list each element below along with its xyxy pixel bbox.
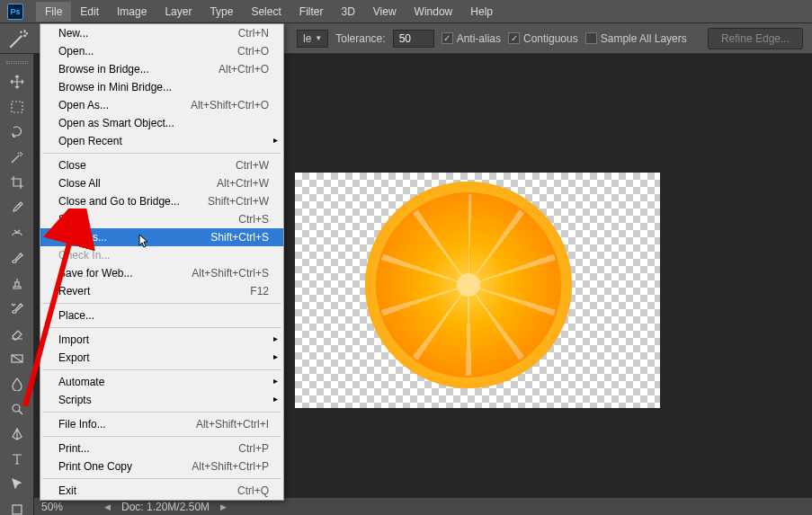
menu-item-exit[interactable]: ExitCtrl+Q (40, 482, 283, 500)
menu-item-open-as-smart-object[interactable]: Open as Smart Object... (40, 114, 283, 132)
chevron-down-icon: ▼ (315, 34, 322, 42)
dodge-tool[interactable] (6, 398, 28, 420)
menu-item-label: Check In... (58, 249, 110, 262)
clone-stamp-tool[interactable] (6, 272, 28, 294)
menu-item-open[interactable]: Open...Ctrl+O (40, 42, 283, 60)
sampling-label: le (303, 32, 311, 45)
menu-layer[interactable]: Layer (156, 2, 201, 22)
cursor-pointer-icon (138, 234, 151, 250)
menu-filter[interactable]: Filter (290, 2, 333, 22)
check-icon: ✓ (442, 32, 453, 44)
separator (42, 436, 281, 437)
crop-tool[interactable] (6, 172, 28, 193)
menu-item-import[interactable]: Import (40, 331, 283, 349)
check-icon: ✓ (508, 32, 520, 44)
pen-tool[interactable] (6, 423, 28, 445)
separator (42, 369, 281, 370)
menu-item-label: Exit (58, 484, 76, 497)
blur-tool[interactable] (6, 373, 28, 395)
magic-wand-icon (7, 27, 31, 50)
shortcut: F12 (250, 285, 269, 297)
path-selection-tool[interactable] (6, 474, 28, 495)
sampling-dropdown[interactable]: le ▼ (297, 30, 328, 48)
menu-item-label: Browse in Bridge... (58, 63, 149, 75)
shortcut: Alt+Shift+Ctrl+I (196, 418, 269, 431)
eyedropper-tool[interactable] (6, 197, 28, 218)
menu-item-label: Print... (58, 442, 90, 455)
menu-item-revert[interactable]: RevertF12 (40, 282, 283, 300)
menu-select[interactable]: Select (242, 2, 290, 22)
shortcut: Alt+Shift+Ctrl+O (191, 99, 269, 111)
menu-item-scripts[interactable]: Scripts (40, 391, 283, 409)
menu-item-save-as[interactable]: Save As...Shift+Ctrl+S (40, 228, 283, 246)
menu-file[interactable]: File (36, 2, 71, 22)
menu-item-place[interactable]: Place... (40, 306, 283, 324)
chevron-left-icon[interactable]: ◀ (104, 502, 111, 511)
shortcut: Alt+Shift+Ctrl+P (192, 460, 269, 473)
healing-brush-tool[interactable] (6, 222, 28, 244)
type-tool[interactable] (6, 448, 28, 470)
menu-item-automate[interactable]: Automate (40, 373, 283, 391)
palette-grabber[interactable] (4, 61, 31, 64)
menu-item-label: File Info... (58, 418, 106, 431)
menu-item-print-one-copy[interactable]: Print One CopyAlt+Shift+Ctrl+P (40, 457, 283, 475)
menu-bar: Ps FileEditImageLayerTypeSelectFilter3DV… (0, 0, 812, 23)
tolerance-input[interactable]: 50 (393, 30, 434, 48)
svg-rect-3 (13, 505, 22, 514)
menu-item-label: Revert (58, 285, 90, 297)
magic-wand-tool[interactable] (6, 147, 28, 168)
menu-item-close-all[interactable]: Close AllAlt+Ctrl+W (40, 174, 283, 192)
sample-all-checkbox[interactable]: Sample All Layers (585, 32, 687, 45)
menu-item-label: Close All (58, 177, 101, 190)
menu-item-close-and-go-to-bridge[interactable]: Close and Go to Bridge...Shift+Ctrl+W (40, 192, 283, 210)
menu-item-browse-in-mini-bridge[interactable]: Browse in Mini Bridge... (40, 78, 283, 96)
shortcut: Alt+Ctrl+O (219, 63, 269, 75)
menu-item-print[interactable]: Print...Ctrl+P (40, 440, 283, 457)
menu-3d[interactable]: 3D (332, 2, 363, 22)
menu-item-check-in: Check In... (40, 246, 283, 264)
menu-item-export[interactable]: Export (40, 349, 283, 367)
menu-window[interactable]: Window (406, 2, 462, 22)
document-canvas[interactable] (295, 173, 660, 408)
menu-item-label: Open as Smart Object... (58, 117, 174, 129)
menu-item-browse-in-bridge[interactable]: Browse in Bridge...Alt+Ctrl+O (40, 60, 283, 78)
eraser-tool[interactable] (6, 323, 28, 344)
gradient-tool[interactable] (6, 348, 28, 369)
doc-size: Doc: 1.20M/2.50M (121, 501, 210, 513)
menu-help[interactable]: Help (461, 2, 502, 22)
menu-item-label: Place... (58, 309, 94, 322)
contiguous-checkbox[interactable]: ✓ Contiguous (508, 32, 578, 45)
orange-slice-image (365, 182, 590, 399)
menu-item-open-as[interactable]: Open As...Alt+Shift+Ctrl+O (40, 96, 283, 114)
sample-all-label: Sample All Layers (601, 32, 687, 45)
menu-view[interactable]: View (364, 2, 406, 22)
rectangle-tool[interactable] (6, 499, 28, 515)
menu-item-save[interactable]: SaveCtrl+S (40, 210, 283, 228)
menu-item-open-recent[interactable]: Open Recent (40, 132, 283, 150)
antialias-label: Anti-alias (457, 32, 501, 45)
refine-edge-button[interactable]: Refine Edge... (708, 28, 803, 49)
menu-item-file-info[interactable]: File Info...Alt+Shift+Ctrl+I (40, 415, 283, 433)
move-tool[interactable] (6, 71, 28, 93)
separator (42, 303, 281, 304)
contiguous-label: Contiguous (523, 32, 578, 45)
lasso-tool[interactable] (6, 121, 28, 143)
menu-edit[interactable]: Edit (71, 2, 108, 22)
shortcut: Shift+Ctrl+S (210, 231, 269, 244)
shortcut: Ctrl+Q (237, 484, 269, 497)
menu-image[interactable]: Image (108, 2, 156, 22)
chevron-right-icon[interactable]: ▶ (220, 502, 227, 511)
brush-tool[interactable] (6, 247, 28, 269)
menu-item-label: Open As... (58, 99, 109, 111)
menu-item-label: Close (58, 159, 86, 172)
menu-type[interactable]: Type (201, 2, 242, 22)
history-brush-tool[interactable] (6, 297, 28, 319)
antialias-checkbox[interactable]: ✓ Anti-alias (442, 32, 501, 45)
marquee-tool[interactable] (6, 96, 28, 118)
menu-item-label: Scripts (58, 394, 92, 406)
menu-item-new[interactable]: New...Ctrl+N (40, 24, 283, 42)
menu-item-label: Save As... (58, 231, 107, 244)
zoom-level[interactable]: 50% (41, 501, 94, 513)
menu-item-save-for-web[interactable]: Save for Web...Alt+Shift+Ctrl+S (40, 264, 283, 282)
menu-item-close[interactable]: CloseCtrl+W (40, 156, 283, 174)
